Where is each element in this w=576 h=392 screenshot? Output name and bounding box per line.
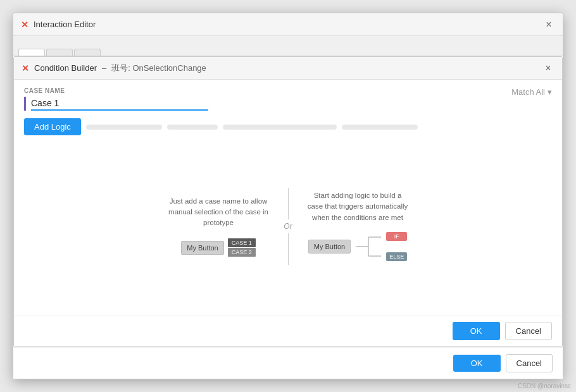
mini-preview-left: My Button CASE 1 CASE 2 xyxy=(181,238,256,257)
match-chevron-icon: ▾ xyxy=(548,87,552,97)
outer-titlebar: ✕ Interaction Editor × xyxy=(13,13,563,36)
toolbar-placeholder-4 xyxy=(342,125,418,130)
inner-axure-logo-icon: ✕ xyxy=(22,63,29,73)
toolbar-placeholder-2 xyxy=(167,125,218,130)
mini-button-right: My Button xyxy=(308,240,351,254)
outer-close-button[interactable]: × xyxy=(542,18,555,31)
inner-content: CASE NAME Match All ▾ Add Logic xyxy=(14,80,562,315)
inner-close-button[interactable]: × xyxy=(542,62,554,75)
outer-window-title: Interaction Editor xyxy=(34,20,96,29)
case-name-left: CASE NAME xyxy=(24,87,511,111)
or-label: Or xyxy=(284,222,292,231)
match-label: Match All xyxy=(511,87,545,97)
outer-titlebar-left: ✕ Interaction Editor xyxy=(21,20,96,30)
outer-window: ✕ Interaction Editor × ✕ Condition Build… xyxy=(13,13,563,379)
inner-ok-button[interactable]: OK xyxy=(453,322,500,340)
else-label: ELSE xyxy=(386,252,407,261)
ifelse-labels: IF ELSE xyxy=(386,231,407,262)
tab-1[interactable] xyxy=(18,49,45,56)
tab-2[interactable] xyxy=(46,49,73,56)
condition-builder-subtitle: 班号: OnSelectionChange xyxy=(111,63,206,74)
outer-footer: OK Cancel xyxy=(13,347,563,379)
match-dropdown[interactable]: Match All ▾ xyxy=(511,87,552,97)
or-line-bottom xyxy=(288,233,289,265)
inner-titlebar: ✕ Condition Builder – 班号: OnSelectionCha… xyxy=(14,57,562,80)
tab-3[interactable] xyxy=(74,49,101,56)
empty-desc-right: Start adding logic to build a case that … xyxy=(307,190,408,223)
outer-cancel-button[interactable]: Cancel xyxy=(506,354,553,372)
axure-logo-icon: ✕ xyxy=(21,20,28,30)
or-divider: Or xyxy=(269,188,307,265)
condition-builder-title: Condition Builder xyxy=(34,63,97,73)
mini-case-2: CASE 2 xyxy=(228,248,256,257)
case-name-input-wrapper xyxy=(24,97,511,111)
toolbar-placeholder-1 xyxy=(86,125,162,130)
outer-content: ✕ Condition Builder – 班号: OnSelectionCha… xyxy=(13,56,563,379)
condition-builder-modal: ✕ Condition Builder – 班号: OnSelectionCha… xyxy=(13,56,563,347)
ifelse-svg xyxy=(356,231,381,262)
case-name-section: CASE NAME Match All ▾ xyxy=(24,87,552,111)
inner-footer: OK Cancel xyxy=(14,315,562,346)
inner-titlebar-left: ✕ Condition Builder – 班号: OnSelectionCha… xyxy=(22,63,206,74)
condition-builder-separator: – xyxy=(102,63,106,73)
or-line-top xyxy=(288,188,289,219)
empty-state: Just add a case name to allow manual sel… xyxy=(24,145,552,307)
if-label: IF xyxy=(386,232,407,241)
case-name-label: CASE NAME xyxy=(24,87,511,94)
watermark: CSDN @noravinsc xyxy=(518,383,571,389)
ifelse-lines xyxy=(356,231,381,262)
mini-case-1: CASE 1 xyxy=(228,238,256,247)
toolbar-area: Add Logic xyxy=(24,118,552,135)
right-preview-area: My Button xyxy=(308,231,408,262)
outer-ok-button[interactable]: OK xyxy=(453,355,501,372)
empty-option-right: Start adding logic to build a case that … xyxy=(307,190,408,262)
case-name-input[interactable] xyxy=(31,97,208,111)
mini-button-left: My Button xyxy=(181,241,224,255)
mini-cases: CASE 1 CASE 2 xyxy=(228,238,256,257)
tabs-area xyxy=(13,36,563,56)
add-logic-button[interactable]: Add Logic xyxy=(24,118,81,135)
inner-cancel-button[interactable]: Cancel xyxy=(505,322,552,340)
toolbar-placeholder-3 xyxy=(223,125,337,130)
empty-option-left: Just add a case name to allow manual sel… xyxy=(168,196,269,257)
empty-desc-left: Just add a case name to allow manual sel… xyxy=(168,196,269,229)
